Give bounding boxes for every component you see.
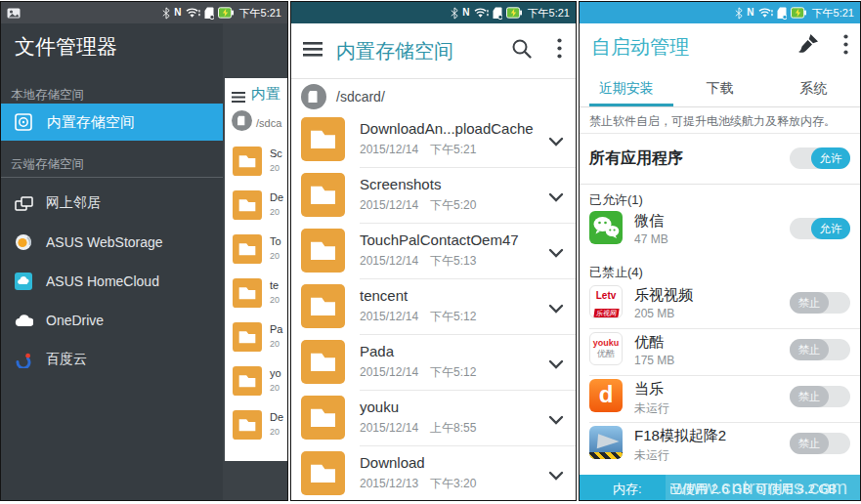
clean-brush-icon[interactable]: [796, 33, 819, 61]
folder-icon: [233, 234, 262, 268]
page-title: 自启动管理: [591, 34, 689, 61]
sidebar-item-network-place[interactable]: 网上邻居: [1, 186, 223, 221]
file-row[interactable]: DownloadAn...ploadCache 2015/12/14下午5:21: [291, 111, 576, 167]
dangle-icon: d: [589, 379, 623, 412]
youku-icon: youku 优酷: [589, 332, 623, 365]
bluetooth-icon: [451, 6, 458, 20]
tab-system[interactable]: 系统: [766, 72, 860, 106]
app-row-dangle[interactable]: d 当乐 未运行 禁止: [580, 377, 860, 424]
peek-file-row[interactable]: To 20: [225, 229, 288, 273]
all-apps-toggle[interactable]: 允许: [790, 147, 850, 169]
status-time: 下午5:21: [812, 6, 854, 21]
status-bar: N 下午5:21: [580, 2, 860, 23]
wifi-icon: [186, 6, 200, 20]
allowed-section-header: 已允许(1): [589, 191, 643, 209]
asus-webstorage-icon: [14, 233, 33, 251]
divider: [580, 184, 860, 185]
search-icon[interactable]: [511, 38, 533, 63]
sidebar-item-internal-storage[interactable]: 内置存储空间: [1, 104, 223, 141]
sdcard-breadcrumb-icon: [232, 110, 252, 135]
file-row[interactable]: youku 2015/12/14上午8:55: [291, 390, 576, 445]
status-bar: N 下午5:21: [291, 2, 576, 23]
memory-label: 内存:: [613, 481, 642, 498]
wifi-icon: [758, 6, 773, 20]
app-row-f18[interactable]: F18模拟起降2 未运行 禁止: [580, 424, 860, 471]
sidebar-item-asus-homecloud[interactable]: ASUS HomeCloud: [1, 264, 223, 299]
sidebar-item-asus-webstorage[interactable]: ASUS WebStorage: [1, 225, 223, 260]
screenshot-file-manager-drawer: N 下午5:21 内置 /sdca Sc 20 De 20 To 20: [0, 1, 288, 501]
peek-file-row[interactable]: De 20: [225, 404, 288, 448]
cloud-storage-section-label: 云端存储空间: [11, 156, 84, 173]
baidu-cloud-icon: [14, 352, 33, 368]
sidebar-item-label: ASUS WebStorage: [46, 234, 163, 250]
sidebar-item-onedrive[interactable]: OneDrive: [1, 303, 223, 338]
sidebar-item-baidu-cloud[interactable]: 百度云: [1, 342, 223, 377]
local-storage-section-label: 本地存储空间: [11, 87, 84, 104]
peek-file-row[interactable]: te 20: [225, 273, 288, 316]
battery-icon: [506, 6, 522, 20]
app-toggle[interactable]: 禁止: [790, 339, 850, 360]
menu-icon[interactable]: [232, 89, 245, 106]
peek-file-row[interactable]: De 20: [225, 185, 288, 229]
menu-icon[interactable]: [303, 42, 323, 61]
folder-icon: [233, 366, 262, 399]
peek-path: /sdca: [256, 117, 281, 129]
chevron-down-icon[interactable]: [548, 244, 564, 262]
peek-file-row[interactable]: Pa 20: [225, 316, 288, 360]
nfc-icon: N: [747, 6, 753, 20]
hint-text: 禁止软件自启，可提升电池续航力及释放内存。: [589, 113, 836, 130]
folder-icon: [233, 190, 262, 224]
chevron-down-icon[interactable]: [548, 467, 564, 484]
divider: [589, 422, 860, 423]
sidebar-item-label: OneDrive: [46, 313, 104, 328]
chevron-down-icon[interactable]: [548, 133, 564, 150]
file-row[interactable]: TouchPalContactOem47 2015/12/14下午5:13: [291, 223, 576, 278]
toggle-state-label: 禁止: [790, 433, 829, 454]
app-bar: 内置存储空间: [291, 23, 576, 79]
file-row[interactable]: tencent 2015/12/14下午5:12: [291, 278, 576, 334]
peek-file-row[interactable]: yo 20: [225, 360, 288, 404]
all-apps-label: 所有应用程序: [589, 148, 683, 169]
tab-download[interactable]: 下载: [673, 72, 767, 106]
file-row[interactable]: Download 2015/12/13下午3:20: [291, 445, 576, 501]
file-list-peek: 内置 /sdca Sc 20 De 20 To 20 te 20 Pa 20: [225, 78, 288, 461]
page-title: 内置存储空间: [336, 38, 453, 64]
peek-file-row[interactable]: Sc 20: [225, 141, 288, 185]
folder-icon: [301, 340, 345, 388]
app-toggle[interactable]: 禁止: [790, 386, 850, 407]
folder-icon: [301, 229, 345, 276]
tab-recent-install[interactable]: 近期安装: [580, 72, 673, 106]
chevron-down-icon[interactable]: [548, 356, 564, 373]
app-row-youku[interactable]: youku 优酷 优酷 175 MB 禁止: [580, 330, 860, 377]
sdcard-breadcrumb-icon: [301, 84, 326, 113]
chevron-down-icon[interactable]: [548, 300, 564, 317]
active-tab-indicator: [589, 104, 673, 106]
status-time: 下午5:21: [239, 6, 281, 21]
sdcard-icon: [493, 6, 502, 20]
file-row[interactable]: Pada 2015/12/14下午5:12: [291, 334, 576, 390]
divider: [580, 133, 860, 134]
toggle-state-label: 禁止: [790, 292, 829, 314]
sidebar-item-label: ASUS HomeCloud: [46, 273, 159, 289]
folder-icon: [233, 278, 262, 312]
bluetooth-icon: [162, 6, 170, 20]
toggle-state-label: 禁止: [790, 339, 829, 360]
app-toggle[interactable]: 禁止: [790, 292, 850, 314]
breadcrumb[interactable]: /sdcard/: [336, 89, 385, 105]
sidebar-item-label: 网上邻居: [46, 194, 101, 212]
nfc-icon: N: [462, 6, 469, 20]
battery-icon: [791, 6, 806, 20]
overflow-menu-icon[interactable]: [843, 34, 848, 59]
app-toggle[interactable]: 允许: [790, 218, 850, 239]
file-row[interactable]: Screenshots 2015/12/14下午5:20: [291, 167, 576, 223]
app-toggle[interactable]: 禁止: [790, 433, 850, 454]
app-row-letv[interactable]: Letv 乐视网 乐视视频 205 MB 禁止: [580, 283, 860, 330]
toggle-state-label: 允许: [811, 147, 850, 169]
overflow-menu-icon[interactable]: [557, 38, 562, 63]
chevron-down-icon[interactable]: [548, 411, 564, 429]
chevron-down-icon[interactable]: [548, 189, 564, 206]
nfc-icon: N: [174, 6, 181, 20]
screenshot-autostart-manager: N 下午5:21 自启动管理 近期安装 下载 系统 禁止软件自启，可提升电池续航…: [579, 1, 861, 501]
app-row-wechat[interactable]: 微信 47 MB 允许: [580, 209, 860, 256]
status-time: 下午5:21: [528, 6, 570, 21]
